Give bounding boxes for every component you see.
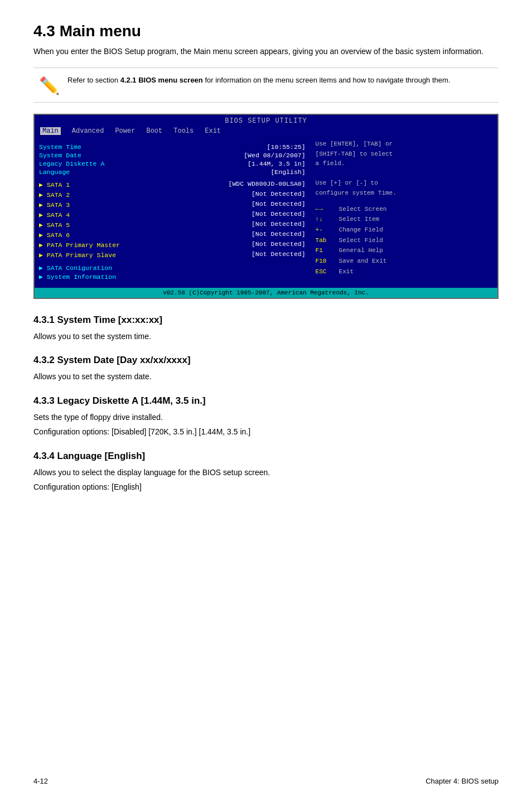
bios-value-pata-slave: [Not Detected] (252, 250, 306, 259)
bios-footer: v02.58 (C)Copyright 1985-2007, American … (35, 288, 497, 298)
page-intro: When you enter the BIOS Setup program, t… (33, 46, 499, 57)
bios-nav-desc-select-field: Select Field (339, 235, 383, 246)
bios-screen: BIOS SETUP UTILITY Main Advanced Power B… (33, 114, 499, 299)
bios-menu-exit[interactable]: Exit (205, 127, 221, 135)
bios-menu-main[interactable]: Main (40, 127, 61, 135)
bios-nav: ←→ Select Screen ↑↓ Select Item +- Chang… (316, 204, 493, 277)
section-body-4-3-1: Allows you to set the system time. (33, 330, 499, 342)
bios-nav-select-item: ↑↓ Select Item (316, 214, 493, 225)
bios-menu-power[interactable]: Power (115, 127, 135, 135)
bios-help-text: Use [ENTER], [TAB] or [SHIFT-TAB] to sel… (316, 139, 493, 199)
bios-menu-bar: Main Advanced Power Boot Tools Exit (35, 126, 497, 136)
bios-menu-advanced[interactable]: Advanced (72, 127, 104, 135)
config-options-4-3-3: Configuration options: [Disabled] [720K,… (33, 426, 499, 438)
section-heading-4-3-3: 4.3.3 Legacy Diskette A [1.44M, 3.5 in.] (33, 395, 499, 407)
bios-nav-general-help: F1 General Help (316, 245, 493, 256)
bios-nav-desc-general-help: General Help (339, 245, 383, 256)
section-heading-4-3-1: 4.3.1 System Time [xx:xx:xx] (33, 315, 499, 326)
bios-row-pata-slave: PATA Primary Slave [Not Detected] (39, 250, 306, 260)
bios-nav-desc-save-exit: Save and Exit (339, 256, 387, 267)
bios-label-system-date: System Date (39, 152, 81, 159)
section-body-4-3-4: Allows you to select the display languag… (33, 466, 499, 479)
bios-nav-desc-esc-exit: Exit (339, 267, 354, 277)
bios-pata-master: PATA Primary Master (39, 240, 120, 249)
bios-nav-key-tab: Tab (316, 235, 336, 246)
bios-nav-desc-select-item: Select Item (339, 214, 380, 225)
bios-row-sata5: SATA 5 [Not Detected] (39, 220, 306, 230)
bios-nav-change-field: +- Change Field (316, 225, 493, 235)
bios-system-info-item: System Information (39, 272, 306, 281)
bios-value-sata4: [Not Detected] (252, 210, 306, 219)
bios-nav-save-exit: F10 Save and Exit (316, 256, 493, 267)
bios-value-system-date: [Wed 08/10/2007] (244, 152, 305, 159)
bios-menu-boot[interactable]: Boot (146, 127, 162, 135)
bios-value-sata5: [Not Detected] (252, 220, 306, 229)
bios-row-system-time: System Time [10:55:25] (39, 143, 306, 151)
footer-chapter: Chapter 4: BIOS setup (425, 777, 499, 785)
page-header: 4.3 Main menu When you enter the BIOS Se… (33, 22, 499, 57)
note-text: Refer to section 4.2.1 BIOS menu screen … (67, 75, 450, 86)
bios-value-system-time: [10:55:25] (267, 143, 306, 151)
bios-help-line5: Use [+] or [-] to (316, 178, 493, 189)
bios-sata4: SATA 4 (39, 210, 70, 219)
bios-help-line1: Use [ENTER], [TAB] or (316, 139, 493, 149)
bios-sata3: SATA 3 (39, 200, 70, 209)
bios-nav-desc-change-field: Change Field (339, 225, 383, 235)
bios-row-sata6: SATA 6 [Not Detected] (39, 230, 306, 240)
bios-content: System Time [10:55:25] System Date [Wed … (35, 136, 497, 288)
bios-title-bar: BIOS SETUP UTILITY (35, 115, 497, 126)
note-bold: 4.2.1 BIOS menu screen (120, 76, 203, 84)
bios-row-sata2: SATA 2 [Not Detected] (39, 190, 306, 200)
bios-help-line3: a field. (316, 159, 493, 169)
footer-page-number: 4-12 (33, 777, 48, 785)
bios-menu-tools[interactable]: Tools (173, 127, 194, 135)
bios-label-system-time: System Time (39, 143, 81, 151)
bios-sata1: SATA 1 (39, 180, 70, 189)
note-box: ✏️ Refer to section 4.2.1 BIOS menu scre… (33, 67, 499, 103)
bios-nav-key-ud: ↑↓ (316, 214, 336, 225)
bios-nav-desc-select-screen: Select Screen (339, 204, 387, 215)
config-options-4-3-4: Configuration options: [English] (33, 481, 499, 493)
bios-value-language: [English] (270, 168, 305, 176)
bios-nav-esc-exit: ESC Exit (316, 267, 493, 277)
bios-nav-key-lr: ←→ (316, 204, 336, 215)
bios-left-panel: System Time [10:55:25] System Date [Wed … (39, 139, 306, 284)
bios-nav-select-screen: ←→ Select Screen (316, 204, 493, 215)
bios-row-pata-master: PATA Primary Master [Not Detected] (39, 240, 306, 250)
bios-nav-key-f10: F10 (316, 256, 336, 267)
section-heading-4-3-4: 4.3.4 Language [English] (33, 451, 499, 462)
bios-row-sata4: SATA 4 [Not Detected] (39, 210, 306, 220)
bios-row-sata3: SATA 3 [Not Detected] (39, 200, 306, 210)
bios-value-legacy-diskette: [1.44M, 3.5 in] (248, 160, 306, 167)
section-body-4-3-2: Allows you to set the system date. (33, 370, 499, 383)
bios-value-sata2: [Not Detected] (252, 190, 306, 199)
note-text-after: for information on the menu screen items… (203, 76, 451, 84)
bios-nav-key-f1: F1 (316, 245, 336, 256)
bios-sata2: SATA 2 (39, 190, 70, 199)
bios-help-line6: configure system Time. (316, 189, 493, 199)
bios-sata6: SATA 6 (39, 230, 70, 239)
bios-help-line4 (316, 169, 493, 179)
bios-nav-key-pm: +- (316, 225, 336, 235)
bios-nav-key-esc: ESC (316, 267, 336, 277)
page-footer: 4-12 Chapter 4: BIOS setup (33, 777, 499, 785)
bios-sata-config-item: SATA Coniguration (39, 263, 306, 272)
bios-label-language: Language (39, 168, 70, 176)
bios-row-legacy-diskette: Legacy Diskette A [1.44M, 3.5 in] (39, 160, 306, 168)
bios-pata-slave: PATA Primary Slave (39, 250, 116, 259)
bios-value-sata1: [WDC WD800JD-00LSA0] (229, 180, 306, 189)
bios-help-line2: [SHIFT-TAB] to select (316, 149, 493, 160)
bios-row-system-date: System Date [Wed 08/10/2007] (39, 151, 306, 160)
bios-value-sata6: [Not Detected] (252, 230, 306, 239)
section-body-4-3-3: Sets the type of floppy drive installed. (33, 411, 499, 423)
bios-row-sata1: SATA 1 [WDC WD800JD-00LSA0] (39, 180, 306, 190)
bios-sata5: SATA 5 (39, 220, 70, 229)
bios-value-sata3: [Not Detected] (252, 200, 306, 209)
note-icon: ✏️ (39, 76, 60, 95)
note-text-before: Refer to section (67, 76, 120, 84)
bios-value-pata-master: [Not Detected] (252, 240, 306, 249)
section-heading-4-3-2: 4.3.2 System Date [Day xx/xx/xxxx] (33, 355, 499, 366)
page-title: 4.3 Main menu (33, 22, 499, 40)
bios-row-language: Language [English] (39, 168, 306, 176)
bios-right-panel: Use [ENTER], [TAB] or [SHIFT-TAB] to sel… (310, 139, 493, 284)
